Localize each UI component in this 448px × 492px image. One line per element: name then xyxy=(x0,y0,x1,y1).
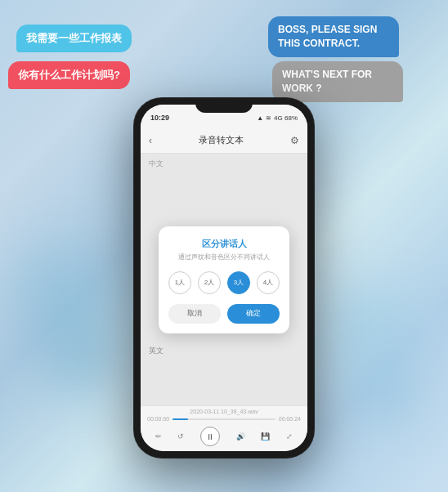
rewind-button[interactable]: ↺ xyxy=(177,432,184,441)
dialog-subtitle: 通过声纹和音色区分不同讲话人 xyxy=(168,253,280,262)
settings-button[interactable]: ⚙ xyxy=(290,135,299,146)
playback-controls: ✏ ↺ ⏸ 🔊 💾 ⤢ xyxy=(141,423,307,451)
cancel-button[interactable]: 取消 xyxy=(168,304,221,324)
phone-notch xyxy=(195,98,253,113)
dialog-title: 区分讲话人 xyxy=(168,238,280,250)
progress-bar[interactable] xyxy=(172,418,276,420)
option-2-person[interactable]: 2人 xyxy=(198,271,221,294)
save-button[interactable]: 💾 xyxy=(261,432,270,441)
wifi-icon: ≋ xyxy=(266,114,271,122)
status-icons: ▲ ≋ 4G 68% xyxy=(257,114,298,122)
battery-label: 4G 68% xyxy=(274,114,298,122)
screen-title: 录音转文本 xyxy=(199,134,244,146)
dialog-button-row: 取消 确定 xyxy=(168,304,280,324)
signal-icon: ▲ xyxy=(257,114,263,122)
pause-icon: ⏸ xyxy=(206,432,214,441)
dialog-overlay: 区分讲话人 通过声纹和音色区分不同讲话人 1人 2人 3人 xyxy=(141,154,307,405)
top-bar: ‹ 录音转文本 ⚙ xyxy=(141,127,307,154)
bokeh-blob-1 xyxy=(16,245,114,343)
edit-icon[interactable]: ✏ xyxy=(155,432,162,441)
file-name-label: 2020-03-11 10_38_43.wav xyxy=(141,406,307,414)
progress-fill xyxy=(172,418,188,420)
back-button[interactable]: ‹ xyxy=(149,135,152,146)
progress-bar-container: 00:00:00 00:00:24 xyxy=(141,414,307,423)
option-1-person[interactable]: 1人 xyxy=(168,271,191,294)
speaker-dialog: 区分讲话人 通过声纹和音色区分不同讲话人 1人 2人 3人 xyxy=(159,226,289,333)
bokeh-blob-4 xyxy=(360,368,409,417)
time-start: 00:00:00 xyxy=(147,416,169,422)
bubble-en1-text: BOSS, PLEASE SIGN THIS CONTRACT. xyxy=(278,24,377,49)
phone-body: 10:29 ▲ ≋ 4G 68% ‹ 录音转文本 ⚙ 中文 区分讲话 xyxy=(134,98,314,458)
speech-bubble-en1: BOSS, PLEASE SIGN THIS CONTRACT. xyxy=(268,16,399,57)
phone-screen: 10:29 ▲ ≋ 4G 68% ‹ 录音转文本 ⚙ 中文 区分讲话 xyxy=(141,105,307,451)
speaker-options: 1人 2人 3人 4人 xyxy=(168,271,280,294)
status-time: 10:29 xyxy=(150,114,169,122)
bottom-bar: 2020-03-11 10_38_43.wav 00:00:00 00:00:2… xyxy=(141,405,307,451)
play-pause-button[interactable]: ⏸ xyxy=(200,427,220,446)
content-area: 中文 区分讲话人 通过声纹和音色区分不同讲话人 1人 2人 xyxy=(141,154,307,405)
bubble-zh2-text: 你有什么工作计划吗? xyxy=(18,69,120,81)
speech-bubble-zh1: 我需要一些工作报表 xyxy=(16,25,132,52)
bubble-zh1-text: 我需要一些工作报表 xyxy=(26,32,122,44)
speech-bubble-zh2: 你有什么工作计划吗? xyxy=(8,61,130,89)
content-label-en: 英文 xyxy=(149,346,164,356)
volume-button[interactable]: 🔊 xyxy=(236,432,245,441)
phone-device: 10:29 ▲ ≋ 4G 68% ‹ 录音转文本 ⚙ 中文 区分讲话 xyxy=(134,98,314,458)
bokeh-blob-3 xyxy=(327,286,409,368)
bubble-en2-text: WHAT'S NEXT FOR WORK ? xyxy=(282,69,372,94)
confirm-button[interactable]: 确定 xyxy=(227,304,280,324)
bokeh-blob-2 xyxy=(49,327,114,392)
option-3-person[interactable]: 3人 xyxy=(227,271,250,294)
option-4-person[interactable]: 4人 xyxy=(257,271,280,294)
speech-bubble-en2: WHAT'S NEXT FOR WORK ? xyxy=(272,61,403,102)
time-end: 00:00:24 xyxy=(279,416,301,422)
expand-button[interactable]: ⤢ xyxy=(286,432,293,441)
